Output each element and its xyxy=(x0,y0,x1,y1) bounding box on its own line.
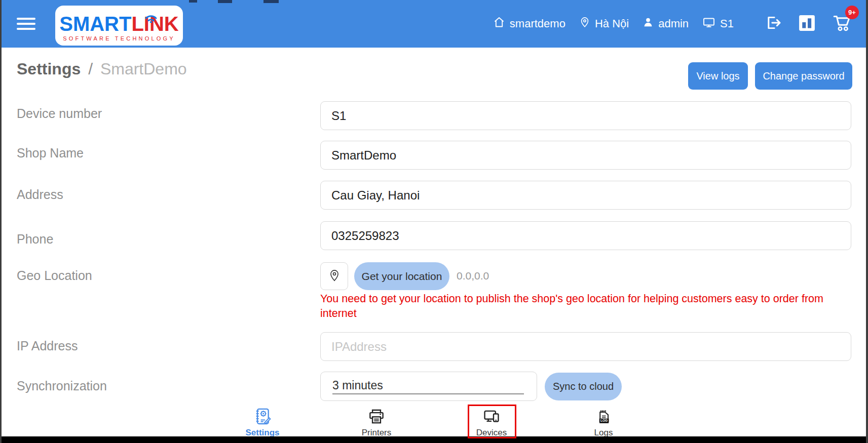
header-actions: 9+ xyxy=(764,0,853,48)
page-title: Settings xyxy=(17,60,81,78)
location-pin-icon xyxy=(579,16,590,31)
logout-button[interactable] xyxy=(764,14,782,33)
logout-icon xyxy=(764,14,782,33)
bar-chart-icon xyxy=(798,14,816,34)
ip-address-label: IP Address xyxy=(17,339,78,353)
sync-to-cloud-button[interactable]: Sync to cloud xyxy=(545,373,622,400)
user-icon xyxy=(643,16,654,31)
window-artifact xyxy=(189,0,197,3)
address-label: Address xyxy=(17,187,63,202)
logo-subtitle: SOFTWARE TECHNOLOGY xyxy=(63,35,175,42)
svg-text:LOG: LOG xyxy=(600,419,608,422)
user-name-text: admin xyxy=(658,17,689,30)
cart-button[interactable]: 9+ xyxy=(832,13,853,35)
sync-interval-select[interactable]: 3 minutes xyxy=(320,372,537,401)
device-number-text: S1 xyxy=(720,17,734,30)
shop-name-label: Shop Name xyxy=(17,146,84,160)
settings-tab-icon xyxy=(227,405,298,426)
breadcrumb-separator: / xyxy=(88,60,93,78)
app-logo: SMARTLINK SOFTWARE TECHNOLOGY xyxy=(55,6,183,46)
phone-label: Phone xyxy=(17,232,53,247)
geo-location-label: Geo Location xyxy=(17,268,92,283)
shop-name-input[interactable] xyxy=(320,141,851,170)
logo-wordmark: SMARTLINK xyxy=(59,14,179,34)
address-input[interactable] xyxy=(320,181,851,210)
printer-icon xyxy=(341,405,412,426)
device-indicator[interactable]: S1 xyxy=(702,16,734,31)
get-location-button[interactable]: Get your location xyxy=(354,262,449,290)
shop-indicator[interactable]: smartdemo xyxy=(493,16,565,31)
view-logs-button[interactable]: View logs xyxy=(688,62,748,90)
tab-printers[interactable]: Printers xyxy=(341,405,412,438)
window-artifact xyxy=(218,0,232,3)
shop-name-text: smartdemo xyxy=(510,17,565,30)
menu-icon[interactable] xyxy=(17,18,35,30)
window-border-left xyxy=(0,0,2,443)
annotation-box-devices xyxy=(468,405,516,438)
bottom-black-bar xyxy=(0,436,868,443)
breadcrumb: Settings / SmartDemo xyxy=(17,60,187,78)
header-status-items: smartdemo Hà Nội admin S1 xyxy=(493,0,734,48)
cart-badge: 9+ xyxy=(845,6,859,19)
change-password-button[interactable]: Change password xyxy=(755,62,852,90)
synchronization-label: Synchronization xyxy=(17,379,107,393)
logo-text-smart: SMART xyxy=(59,13,131,35)
sync-interval-value: 3 minutes xyxy=(332,379,383,392)
home-icon xyxy=(493,16,505,31)
device-number-input[interactable] xyxy=(320,101,851,130)
top-bar: SMARTLINK SOFTWARE TECHNOLOGY smartdemo xyxy=(0,0,868,48)
location-indicator[interactable]: Hà Nội xyxy=(579,16,629,31)
geo-coordinates: 0.0,0.0 xyxy=(457,270,489,282)
user-indicator[interactable]: admin xyxy=(643,16,689,31)
reports-button[interactable] xyxy=(798,14,816,34)
geo-warning-text: You need to get your location to publish… xyxy=(320,292,829,321)
tab-settings[interactable]: Settings xyxy=(227,405,298,438)
tab-logs[interactable]: LOG Logs xyxy=(568,405,639,438)
page-subtitle: SmartDemo xyxy=(100,60,187,78)
device-number-label: Device number xyxy=(17,106,102,121)
map-pin-icon xyxy=(328,268,341,285)
app-window: SMARTLINK SOFTWARE TECHNOLOGY smartdemo xyxy=(0,0,868,443)
geo-pin-button[interactable] xyxy=(320,262,348,290)
wifi-icon xyxy=(142,6,160,26)
logs-icon: LOG xyxy=(568,405,639,426)
ip-address-input[interactable] xyxy=(320,332,851,361)
monitor-icon xyxy=(702,16,715,31)
select-underline xyxy=(332,393,524,394)
phone-input[interactable] xyxy=(320,221,851,250)
window-border-right xyxy=(866,0,868,443)
location-text: Hà Nội xyxy=(595,17,629,30)
window-artifact xyxy=(263,0,279,3)
